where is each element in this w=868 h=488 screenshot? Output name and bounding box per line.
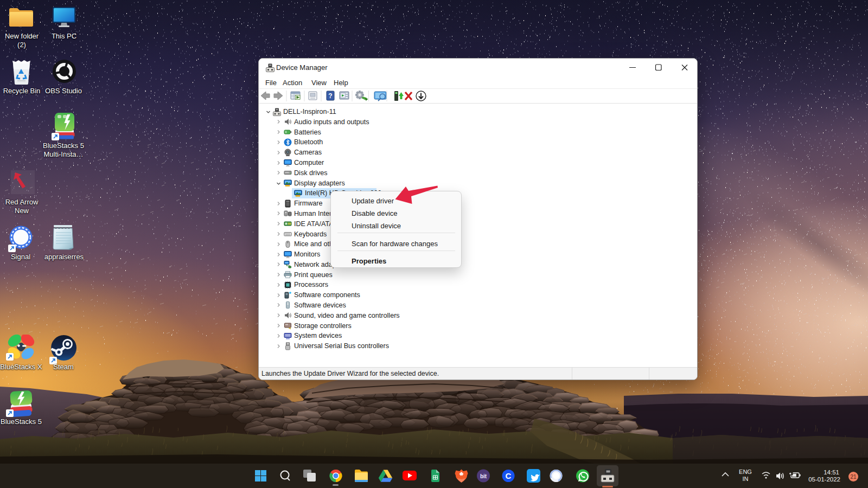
- svg-text:IN: IN: [743, 476, 749, 482]
- svg-text:14:51: 14:51: [824, 469, 839, 476]
- svg-text:ENG: ENG: [739, 468, 752, 475]
- svg-text:?: ?: [328, 92, 332, 100]
- svg-text:C: C: [506, 471, 512, 480]
- svg-text:bit: bit: [480, 473, 487, 479]
- svg-text:21: 21: [850, 474, 857, 480]
- svg-text:05-01-2022: 05-01-2022: [808, 476, 840, 483]
